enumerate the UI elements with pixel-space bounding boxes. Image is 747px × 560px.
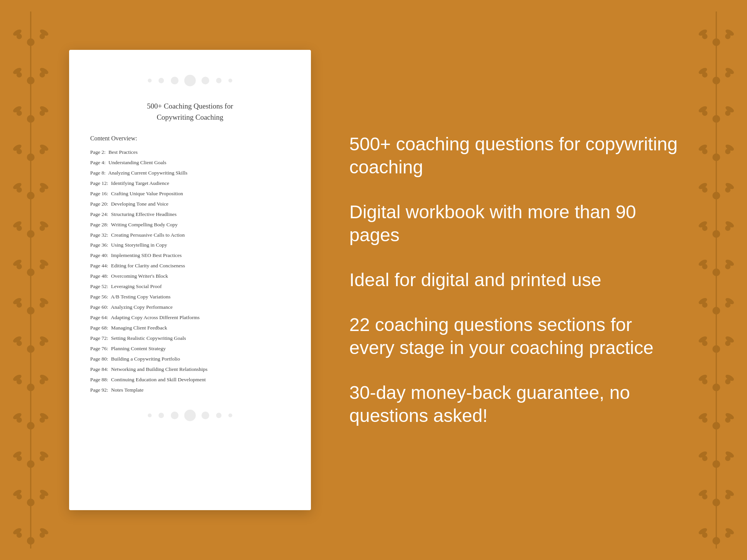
- svg-point-56: [27, 460, 35, 468]
- svg-point-117: [712, 384, 720, 391]
- toc-page-num: Page 64:: [90, 315, 108, 320]
- toc-topic: Analyzing Current Copywriting Skills: [107, 170, 187, 176]
- feature-divider: [349, 189, 678, 190]
- page-background: 500+ Coaching Questions for Copywriting …: [0, 0, 747, 560]
- feature-item-5: 30-day money-back guarantee, no question…: [349, 381, 678, 427]
- svg-point-6: [27, 77, 35, 84]
- toc-item: Page 32: Creating Persuasive Calls to Ac…: [90, 231, 290, 240]
- toc-item: Page 8: Analyzing Current Copywriting Sk…: [90, 169, 290, 178]
- toc-item: Page 16: Crafting Unique Value Propositi…: [90, 189, 290, 198]
- toc-topic: Analyzing Copy Performance: [110, 304, 173, 310]
- toc-item: Page 36: Using Storytelling in Copy: [90, 241, 290, 250]
- svg-point-66: [27, 537, 35, 545]
- svg-point-77: [712, 77, 720, 84]
- toc-item: Page 48: Overcoming Writer's Block: [90, 272, 290, 281]
- toc-topic: Networking and Building Client Relations…: [110, 366, 208, 372]
- svg-point-51: [27, 422, 35, 430]
- toc-item: Page 72: Setting Realistic Copywriting G…: [90, 334, 290, 343]
- toc-topic: Continuing Education and Skill Developme…: [110, 377, 206, 382]
- toc-page-num: Page 20:: [90, 201, 108, 207]
- toc-topic: A/B Testing Copy Variations: [110, 294, 170, 300]
- svg-point-132: [712, 499, 720, 506]
- svg-point-150: [171, 412, 178, 419]
- toc-item: Page 92: Notes Template: [90, 386, 290, 395]
- svg-point-107: [712, 307, 720, 315]
- toc-topic: Structuring Effective Headlines: [110, 211, 177, 217]
- toc-page-num: Page 80:: [90, 356, 108, 362]
- toc-page-num: Page 2:: [90, 149, 106, 155]
- svg-point-1: [27, 38, 35, 46]
- svg-point-147: [148, 79, 152, 82]
- toc-page-num: Page 8:: [90, 170, 106, 176]
- svg-point-21: [27, 192, 35, 199]
- toc-page-num: Page 28:: [90, 222, 108, 227]
- svg-point-151: [202, 412, 209, 419]
- document-title: 500+ Coaching Questions for Copywriting …: [90, 101, 290, 123]
- svg-point-87: [712, 153, 720, 161]
- svg-point-148: [228, 79, 232, 82]
- toc-item: Page 24: Structuring Effective Headlines: [90, 210, 290, 219]
- toc-heading: Content Overview:: [90, 135, 290, 142]
- toc-topic: Adapting Copy Across Different Platforms: [110, 315, 200, 320]
- features-panel: 500+ coaching questions for copywriting …: [342, 133, 678, 427]
- doc-ornament-top: [90, 69, 290, 95]
- toc-item: Page 52: Leveraging Social Proof: [90, 282, 290, 291]
- toc-item: Page 60: Analyzing Copy Performance: [90, 303, 290, 312]
- toc-item: Page 28: Writing Compelling Body Copy: [90, 221, 290, 229]
- toc-topic: Understanding Client Goals: [107, 160, 166, 165]
- toc-topic: Building a Copywriting Portfolio: [110, 356, 180, 362]
- svg-point-41: [27, 345, 35, 353]
- toc-item: Page 40: Implementing SEO Best Practices: [90, 251, 290, 260]
- svg-point-102: [712, 268, 720, 276]
- toc-item: Page 88: Continuing Education and Skill …: [90, 376, 290, 384]
- toc-page-num: Page 88:: [90, 377, 108, 382]
- toc-page-num: Page 32:: [90, 232, 108, 238]
- svg-point-92: [712, 192, 720, 199]
- svg-point-143: [171, 77, 178, 84]
- svg-point-146: [216, 78, 221, 83]
- toc-item: Page 12: Identifying Target Audience: [90, 179, 290, 188]
- toc-item: Page 4: Understanding Client Goals: [90, 158, 290, 167]
- svg-point-137: [712, 537, 720, 545]
- svg-point-11: [27, 115, 35, 123]
- toc-topic: Managing Client Feedback: [110, 325, 167, 331]
- toc-item: Page 2: Best Practices: [90, 148, 290, 157]
- toc-topic: Developing Tone and Voice: [110, 201, 169, 207]
- svg-point-149: [184, 410, 196, 421]
- workbook-document: 500+ Coaching Questions for Copywriting …: [69, 50, 311, 510]
- toc-item: Page 44: Editing for Clarity and Concise…: [90, 262, 290, 270]
- toc-topic: Planning Content Strategy: [110, 346, 166, 351]
- floral-decoration-right: [686, 0, 747, 560]
- toc-item: Page 80: Building a Copywriting Portfoli…: [90, 355, 290, 364]
- toc-topic: Overcoming Writer's Block: [110, 273, 168, 279]
- toc-topic: Best Practices: [107, 149, 137, 155]
- toc-topic: Crafting Unique Value Proposition: [110, 191, 183, 196]
- svg-point-154: [148, 413, 152, 417]
- toc-page-num: Page 40:: [90, 252, 108, 258]
- feature-divider: [349, 370, 678, 371]
- svg-point-26: [27, 230, 35, 238]
- toc-item: Page 84: Networking and Building Client …: [90, 365, 290, 374]
- svg-point-31: [27, 268, 35, 276]
- toc-page-num: Page 36:: [90, 242, 108, 248]
- feature-item-2: Digital workbook with more than 90 pages: [349, 201, 678, 247]
- toc-topic: Implementing SEO Best Practices: [110, 252, 182, 258]
- toc-page-num: Page 52:: [90, 283, 108, 289]
- toc-topic: Editing for Clarity and Conciseness: [110, 263, 185, 268]
- doc-ornament-bottom: [90, 404, 290, 430]
- svg-point-36: [27, 307, 35, 315]
- toc-page-num: Page 92:: [90, 387, 108, 393]
- toc-item: Page 76: Planning Content Strategy: [90, 344, 290, 353]
- main-content: 500+ Coaching Questions for Copywriting …: [0, 0, 747, 560]
- svg-point-61: [27, 499, 35, 506]
- svg-point-142: [184, 75, 196, 86]
- toc-item: Page 68: Managing Client Feedback: [90, 324, 290, 333]
- toc-topic: Creating Persuasive Calls to Action: [110, 232, 185, 238]
- feature-divider: [349, 257, 678, 258]
- toc-page-num: Page 68:: [90, 325, 108, 331]
- svg-point-16: [27, 153, 35, 161]
- toc-page-num: Page 48:: [90, 273, 108, 279]
- svg-point-127: [712, 460, 720, 468]
- toc-topic: Leveraging Social Proof: [110, 283, 162, 289]
- feature-item-4: 22 coaching questions sections for every…: [349, 313, 678, 359]
